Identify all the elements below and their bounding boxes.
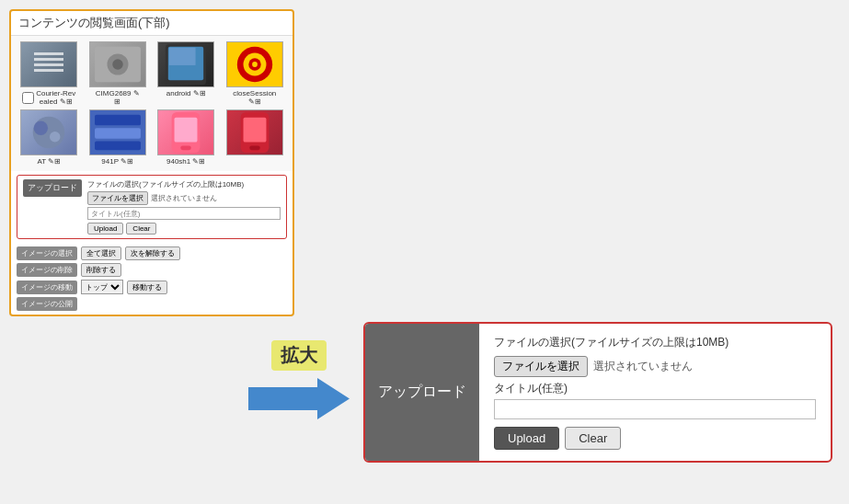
select-all-button[interactable]: 全て選択 [81,246,121,260]
upload-controls: ファイルの選択(ファイルサイズの上限は10MB) ファイルを選択 選択されていま… [87,179,281,235]
upload-section-small: アップロード ファイルの選択(ファイルサイズの上限は10MB) ファイルを選択 … [17,175,287,239]
thumbnail-label: Courier-Revealed ✎⊞ [22,89,75,106]
delete-button[interactable]: 削除する [81,263,121,277]
clear-button-small[interactable]: Clear [126,223,156,235]
svg-rect-15 [95,115,141,126]
file-select-row: ファイルを選択 選択されていません [87,191,281,205]
thumbnail-label: CIMG2689 ✎⊞ [96,89,140,106]
upload-button-large[interactable]: Upload [494,427,559,450]
thumbnail-image[interactable] [157,41,214,87]
file-info-large: ファイルの選択(ファイルサイズの上限は10MB) [494,335,816,350]
thumbnail-image[interactable] [89,41,146,87]
title-input-large[interactable] [494,399,816,419]
upload-large-inner: アップロード ファイルの選択(ファイルサイズの上限は10MB) ファイルを選択 … [365,324,831,461]
svg-rect-23 [249,145,260,150]
clear-button-large[interactable]: Clear [565,427,621,450]
thumbnail-image[interactable] [89,109,146,155]
upload-button-small[interactable]: Upload [87,223,123,235]
upload-section-large: アップロード ファイルの選択(ファイルサイズの上限は10MB) ファイルを選択 … [363,322,832,463]
list-item[interactable]: AT ✎⊞ [17,109,82,166]
svg-marker-24 [248,378,350,419]
title-label-large: タイトル(任意) [494,381,816,396]
upload-row: アップロード ファイルの選択(ファイルサイズの上限は10MB) ファイルを選択 … [23,179,281,235]
file-select-button[interactable]: ファイルを選択 [87,191,148,205]
upload-label: アップロード [23,179,82,197]
list-item[interactable]: 940sh1 ✎⊞ [154,109,219,166]
list-item[interactable]: Courier-Revealed ✎⊞ [17,41,82,106]
thumbnail-image[interactable] [157,109,214,155]
thumbnail-label: closeSession✎⊞ [233,89,276,106]
action-row-delete: イメージの削除 削除する [17,263,287,277]
list-item[interactable]: 941P ✎⊞ [86,109,151,166]
action-row-move: イメージの移動 トップ 移動する [17,280,287,294]
action-label-publish: イメージの公開 [17,297,77,311]
file-select-row-large: ファイルを選択 選択されていません [494,356,816,377]
action-label-select: イメージの選択 [17,246,77,260]
panel-title: コンテンツの閲覧画面(下部) [11,11,293,36]
thumbnail-image[interactable] [226,41,283,87]
no-file-text: 選択されていません [151,193,217,203]
actions-section: イメージの選択 全て選択 次を解除する イメージの削除 削除する イメージの移動… [11,243,293,315]
svg-rect-19 [175,118,198,143]
svg-rect-17 [95,142,141,151]
deselect-button[interactable]: 次を解除する [125,246,180,260]
list-item[interactable]: CIMG2689 ✎⊞ [86,41,151,106]
svg-point-2 [112,59,123,70]
svg-rect-22 [243,118,266,143]
arrow-container [248,378,350,419]
list-item[interactable]: android ✎⊞ [154,41,219,106]
list-item[interactable]: closeSession✎⊞ [223,41,288,106]
thumbnail-image[interactable] [226,109,283,155]
arrow-icon [248,378,350,419]
thumbnail-grid: Courier-Revealed ✎⊞ CIMG2689 ✎⊞ android … [11,36,293,171]
thumbnail-label: 940sh1 ✎⊞ [166,157,205,166]
thumbnail-label: AT ✎⊞ [37,157,61,166]
zoom-label: 拡大 [271,340,327,371]
thumbnail-label: 941P ✎⊞ [101,157,133,166]
upload-label-large: アップロード [365,324,479,461]
content-browser-panel: コンテンツの閲覧画面(下部) Courier-Revealed ✎⊞ CIMG2… [9,9,294,316]
list-item[interactable] [223,109,288,166]
action-label-delete: イメージの削除 [17,263,77,277]
zoom-arrow-area: 拡大 [248,340,350,419]
svg-point-10 [252,62,258,67]
svg-point-12 [34,121,48,135]
action-row-select: イメージの選択 全て選択 次を解除する [17,246,287,260]
svg-rect-16 [95,128,141,139]
move-select[interactable]: トップ [81,280,123,294]
thumbnail-image[interactable] [20,109,77,155]
upload-controls-large: ファイルの選択(ファイルサイズの上限は10MB) ファイルを選択 選択されていま… [479,324,831,461]
move-button[interactable]: 移動する [127,281,167,294]
action-row-publish: イメージの公開 [17,297,287,311]
svg-rect-5 [169,48,196,65]
svg-rect-20 [180,145,191,150]
file-info: ファイルの選択(ファイルサイズの上限は10MB) [87,179,281,189]
upload-buttons-large: Upload Clear [494,427,816,450]
thumbnail-label: android ✎⊞ [166,89,206,97]
thumbnail-image[interactable] [20,41,77,87]
thumb-checkbox[interactable] [22,92,34,104]
title-input-small[interactable] [87,207,281,220]
upload-buttons-small: Upload Clear [87,223,281,235]
file-select-button-large[interactable]: ファイルを選択 [494,356,588,377]
svg-point-13 [50,132,61,143]
no-file-text-large: 選択されていません [593,359,693,374]
action-label-move: イメージの移動 [17,281,77,294]
